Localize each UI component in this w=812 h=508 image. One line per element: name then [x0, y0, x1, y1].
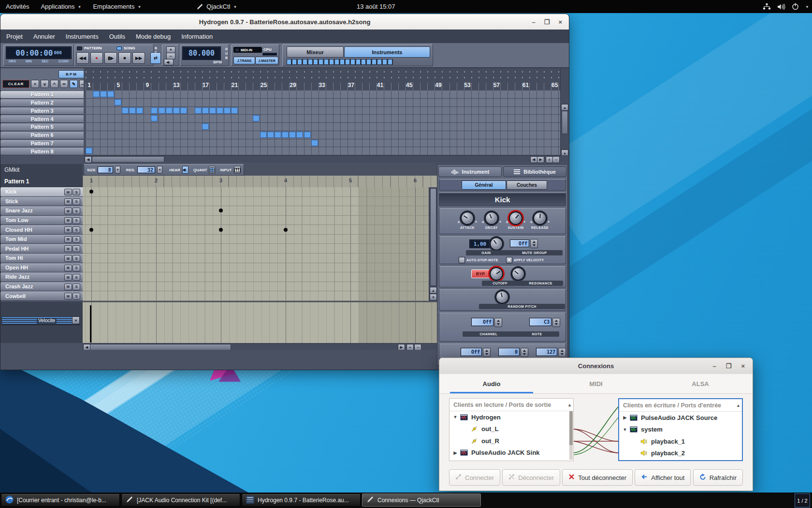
pattern-beat-ruler[interactable]: 123456	[83, 176, 437, 188]
res-dropdown[interactable]: ▼	[157, 166, 162, 174]
mute-button[interactable]: M	[64, 255, 72, 262]
song-cell-active[interactable]	[253, 115, 260, 121]
solo-button[interactable]: S	[72, 284, 80, 290]
taskbar-window-1[interactable]: [Courrier entrant - christian@le-b...	[1, 493, 120, 507]
instrument-label-pedal-hh[interactable]: Pedal HHMS	[0, 244, 83, 254]
resonance-knob[interactable]	[509, 267, 527, 281]
scroll-right-button[interactable]: ▶	[537, 156, 544, 163]
tempo-minus-button[interactable]: −	[166, 53, 175, 60]
instruments-button[interactable]: Instruments	[344, 46, 430, 58]
port-row[interactable]: playback_1	[619, 435, 742, 448]
déconnecter-button[interactable]: Déconnecter	[502, 469, 560, 486]
rafraîchir-button[interactable]: Rafraîchir	[693, 469, 743, 486]
expander-closed-icon[interactable]: ▶	[452, 450, 458, 455]
mute-group-spinner[interactable]	[530, 239, 538, 248]
hydrogen-titlebar[interactable]: Hydrogen 0.9.7 - BatterieRose.autosave.a…	[0, 14, 569, 30]
song-pattern-label[interactable]: Pattern 5	[0, 123, 84, 131]
pattern-horizontal-scrollbar[interactable]: ◀ ▶ + −	[83, 343, 437, 350]
instrument-label-snare-jazz[interactable]: Snare JazzMS	[0, 206, 83, 216]
note-grid-row[interactable]	[83, 263, 437, 273]
taskbar-window-2[interactable]: [JACK Audio Connection Kit [(def...	[121, 493, 240, 507]
solo-button[interactable]: S	[72, 236, 80, 243]
rewind-button[interactable]: ◀◀	[76, 52, 89, 64]
song-cell-active[interactable]	[86, 148, 92, 154]
metronome-button[interactable]	[164, 59, 174, 65]
song-pattern-track[interactable]	[86, 123, 560, 131]
scroll-left-button[interactable]: ◀	[530, 156, 537, 163]
mute-button[interactable]: M	[64, 198, 72, 205]
random-pitch-knob[interactable]	[493, 290, 511, 304]
add-pattern-button[interactable]: +	[31, 80, 39, 88]
song-vertical-scrollbar[interactable]: ▲ ▲ ▼	[560, 68, 568, 162]
instrument-label-tom-mid[interactable]: Tom MidMS	[0, 235, 83, 244]
midi-out-spinner[interactable]	[483, 348, 491, 357]
expander-open-icon[interactable]: ▼	[622, 427, 628, 432]
clear-button[interactable]: CLEAR	[2, 80, 29, 88]
menu-information[interactable]: Information	[181, 33, 213, 40]
quantize-toggle[interactable]	[209, 166, 215, 174]
activities-button[interactable]: Activités	[0, 0, 35, 13]
mute-button[interactable]: M	[64, 265, 72, 271]
tab-instrument[interactable]: Instrument	[438, 166, 502, 177]
solo-button[interactable]: S	[72, 274, 80, 281]
port-row[interactable]: out_L	[450, 423, 573, 435]
mute-button[interactable]: M	[64, 274, 72, 281]
note-grid-row[interactable]	[83, 187, 437, 197]
song-pattern-label[interactable]: Pattern 7	[0, 140, 84, 148]
fast-forward-button[interactable]: ▶▶	[132, 52, 145, 64]
instrument-label-stick[interactable]: StickMS	[0, 197, 83, 207]
song-cell-active[interactable]	[202, 123, 209, 130]
instrument-label-tom-hi[interactable]: Tom HiMS	[0, 254, 83, 263]
minimize-button[interactable]: –	[713, 362, 716, 370]
midi-out-spinner[interactable]	[521, 348, 528, 357]
tab-layers[interactable]: Couches	[507, 180, 547, 190]
note-spinner[interactable]	[552, 318, 560, 327]
solo-button[interactable]: S	[72, 293, 80, 299]
taskbar-window-4[interactable]: Connexions — QjackCtl	[362, 493, 481, 507]
song-pattern-track[interactable]	[86, 139, 560, 148]
menu-instruments[interactable]: Instruments	[66, 33, 99, 40]
note-grid-row[interactable]	[83, 282, 437, 292]
song-cell-active[interactable]	[107, 91, 114, 97]
note-grid-row[interactable]	[83, 206, 437, 216]
song-grid[interactable]	[86, 90, 560, 155]
mute-button[interactable]: M	[64, 189, 72, 195]
close-button[interactable]: ×	[558, 18, 562, 26]
release-knob[interactable]: o+RELEASE	[528, 211, 551, 229]
gain-knob[interactable]	[488, 237, 505, 251]
jack-transport-button[interactable]: J.TRANS	[233, 57, 255, 64]
pattern-mode-button[interactable]: PATTERN	[77, 46, 102, 50]
move-down-button[interactable]: v	[41, 80, 49, 88]
size-dropdown[interactable]: ▼	[115, 166, 120, 174]
tab-general[interactable]: Général	[462, 180, 506, 190]
taskbar-window-3[interactable]: Hydrogen 0.9.7 - BatterieRose.au...	[242, 493, 361, 507]
note-grid-row[interactable]	[83, 272, 437, 282]
tab-alsa[interactable]: ALSA	[648, 374, 753, 393]
port-row[interactable]: playback_2	[619, 448, 742, 460]
song-cell-active[interactable]	[209, 107, 216, 114]
song-cell-active[interactable]	[180, 107, 187, 114]
mixer-button[interactable]: Mixeur	[287, 46, 344, 58]
song-pattern-label[interactable]: Pattern 6	[0, 132, 84, 139]
connecter-button[interactable]: Connecter	[449, 469, 500, 486]
instrument-label-crash-jazz[interactable]: Crash JazzMS	[0, 282, 83, 292]
song-pattern-track[interactable]	[86, 115, 560, 123]
song-pattern-track[interactable]	[86, 99, 560, 107]
song-mode-button[interactable]: SONG	[116, 46, 135, 50]
song-pattern-track[interactable]	[86, 107, 560, 115]
song-pattern-track[interactable]	[86, 90, 560, 99]
instrument-label-tom-low[interactable]: Tom LowMS	[0, 216, 83, 225]
decay-knob[interactable]: o+DECAY	[480, 211, 503, 229]
note-grid-row[interactable]	[83, 291, 437, 301]
filter-bypass-button[interactable]: BYP	[471, 269, 490, 278]
menu-mode-debug[interactable]: Mode debug	[136, 33, 171, 40]
note-dot[interactable]	[219, 228, 223, 232]
bpm-timeline-button[interactable]: BPM	[58, 70, 85, 78]
note-dot[interactable]	[284, 228, 288, 232]
select-mode-button[interactable]: ┅	[60, 80, 68, 88]
song-horizontal-scrollbar[interactable]: ◀ ◀ ▶ + −	[84, 155, 569, 163]
note-grid-row[interactable]	[83, 216, 437, 225]
maximize-button[interactable]: ❐	[544, 18, 550, 26]
song-cell-active[interactable]	[151, 115, 158, 121]
channel-spinner[interactable]	[494, 318, 502, 327]
